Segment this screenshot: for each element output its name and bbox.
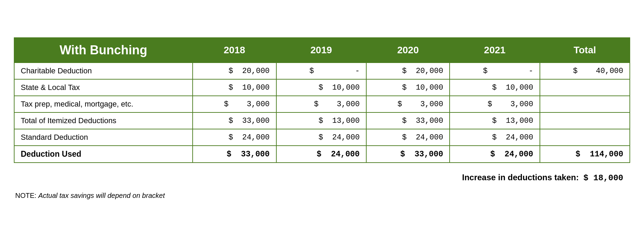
note-text: Actual tax savings will depend on bracke… — [38, 192, 165, 199]
row-value: $ 40,000 — [540, 63, 630, 79]
row-value — [540, 96, 630, 112]
page-wrapper: With Bunching 2018 2019 2020 2021 Total … — [0, 27, 644, 210]
bold-row-label: Deduction Used — [14, 146, 193, 163]
header-title: With Bunching — [14, 38, 193, 63]
increase-label: Increase in deductions taken: — [462, 173, 579, 182]
row-value: $ 3,000 — [450, 96, 540, 112]
row-value: $ 3,000 — [276, 96, 366, 112]
row-value: $ 10,000 — [450, 79, 540, 96]
header-2019: 2019 — [276, 38, 366, 63]
row-value: $ 24,000 — [366, 129, 450, 146]
row-value: $ - — [276, 63, 366, 79]
row-value: $ 10,000 — [193, 79, 276, 96]
row-value: $ 3,000 — [366, 96, 450, 112]
table-row: State & Local Tax$ 10,000$ 10,000$ 10,00… — [14, 79, 630, 96]
table-row: Standard Deduction$ 24,000$ 24,000$ 24,0… — [14, 129, 630, 146]
increase-amount: $ 18,000 — [583, 173, 623, 183]
bold-row-value: $ 24,000 — [450, 146, 540, 163]
table-row: Total of Itemized Deductions$ 33,000$ 13… — [14, 112, 630, 129]
table-row: Tax prep, medical, mortgage, etc.$ 3,000… — [14, 96, 630, 112]
table-body: Charitable Deduction$ 20,000$ -$ 20,000$… — [14, 63, 630, 163]
row-value: $ 24,000 — [450, 129, 540, 146]
bunching-table: With Bunching 2018 2019 2020 2021 Total … — [14, 37, 630, 163]
note-prefix: NOTE: — [15, 192, 38, 199]
increase-line: Increase in deductions taken: $ 18,000 — [14, 173, 630, 183]
row-label: Charitable Deduction — [14, 63, 193, 79]
row-value: $ 3,000 — [193, 96, 276, 112]
row-value: $ 24,000 — [276, 129, 366, 146]
row-value: $ 20,000 — [193, 63, 276, 79]
row-value: $ 33,000 — [193, 112, 276, 129]
header-2020: 2020 — [366, 38, 450, 63]
row-value — [540, 79, 630, 96]
row-label: Standard Deduction — [14, 129, 193, 146]
footer-area: Increase in deductions taken: $ 18,000 N… — [14, 173, 630, 200]
bold-row-value: $ 33,000 — [366, 146, 450, 163]
row-value — [540, 129, 630, 146]
bold-row-value: $ 24,000 — [276, 146, 366, 163]
header-2021: 2021 — [450, 38, 540, 63]
bold-row-value: $ 114,000 — [540, 146, 630, 163]
row-value: $ 10,000 — [366, 79, 450, 96]
row-value: $ 13,000 — [450, 112, 540, 129]
row-label: Total of Itemized Deductions — [14, 112, 193, 129]
row-label: Tax prep, medical, mortgage, etc. — [14, 96, 193, 112]
note-line: NOTE: Actual tax savings will depend on … — [14, 192, 630, 200]
row-value: $ 13,000 — [276, 112, 366, 129]
header-total: Total — [540, 38, 630, 63]
table-header-row: With Bunching 2018 2019 2020 2021 Total — [14, 38, 630, 63]
bold-table-row: Deduction Used$ 33,000$ 24,000$ 33,000$ … — [14, 146, 630, 163]
row-value: $ 20,000 — [366, 63, 450, 79]
row-value — [540, 112, 630, 129]
row-value: $ 10,000 — [276, 79, 366, 96]
row-label: State & Local Tax — [14, 79, 193, 96]
bold-row-value: $ 33,000 — [193, 146, 276, 163]
row-value: $ - — [450, 63, 540, 79]
row-value: $ 24,000 — [193, 129, 276, 146]
row-value: $ 33,000 — [366, 112, 450, 129]
header-2018: 2018 — [193, 38, 276, 63]
table-row: Charitable Deduction$ 20,000$ -$ 20,000$… — [14, 63, 630, 79]
